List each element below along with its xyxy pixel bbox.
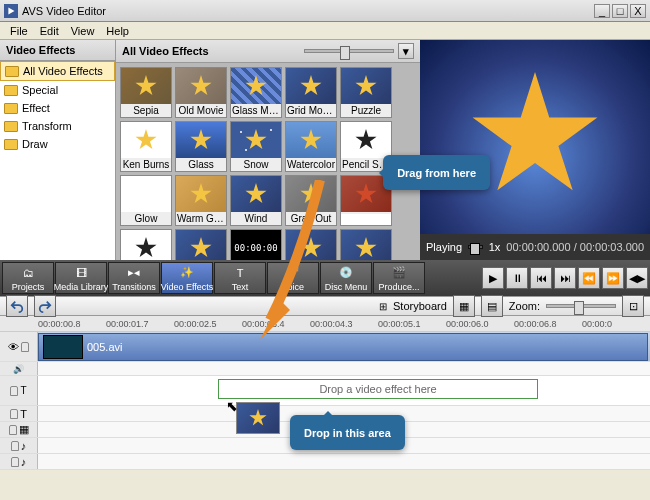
tab-media-library[interactable]: 🎞Media Library bbox=[55, 262, 107, 294]
playback-button-2[interactable]: ⏮ bbox=[530, 267, 552, 289]
star-icon bbox=[300, 129, 322, 151]
lock-icon[interactable] bbox=[11, 441, 19, 451]
tab-voice[interactable]: 🎤Voice bbox=[267, 262, 319, 294]
thumb-size-slider[interactable] bbox=[304, 49, 394, 53]
star-icon bbox=[190, 183, 212, 205]
menu-edit[interactable]: Edit bbox=[34, 25, 65, 37]
effect-puzzle[interactable]: Puzzle bbox=[340, 67, 392, 118]
effect-snow[interactable]: Snow bbox=[230, 121, 282, 172]
effect-glow[interactable]: Glow bbox=[120, 175, 172, 226]
eye-icon[interactable]: 👁 bbox=[8, 341, 19, 353]
effect-particles[interactable]: Particles bbox=[340, 229, 392, 260]
effect-label: Old Movie bbox=[176, 104, 226, 117]
effect-thumbnail bbox=[286, 230, 336, 260]
minimize-button[interactable]: _ bbox=[594, 4, 610, 18]
undo-button[interactable] bbox=[6, 295, 28, 317]
effect-old-movie[interactable]: Old Movie bbox=[175, 67, 227, 118]
preview-seek-slider[interactable] bbox=[468, 245, 483, 249]
effect-newsprint[interactable]: Newsprint bbox=[120, 229, 172, 260]
effect-thumbnail bbox=[121, 230, 171, 260]
playback-button-5[interactable]: ⏩ bbox=[602, 267, 624, 289]
tab-icon: 🎤 bbox=[285, 265, 301, 281]
video-effect-track[interactable]: T Drop a video effect here ⬉ bbox=[0, 376, 650, 406]
effect-glass-mosaic[interactable]: Glass Mosaic bbox=[230, 67, 282, 118]
effect-sepia[interactable]: Sepia bbox=[120, 67, 172, 118]
tab-icon: 🎬 bbox=[391, 265, 407, 281]
effect-label: Ken Burns bbox=[121, 158, 171, 171]
effect-watercolor[interactable]: Watercolor bbox=[285, 121, 337, 172]
effect-thumbnail bbox=[231, 122, 281, 158]
menu-view[interactable]: View bbox=[65, 25, 101, 37]
lock-icon[interactable] bbox=[10, 409, 18, 419]
playback-button-0[interactable]: ▶ bbox=[482, 267, 504, 289]
ruler-tick: 00:00:01.7 bbox=[106, 319, 174, 329]
effect-label: Sepia bbox=[121, 104, 171, 117]
menu-file[interactable]: File bbox=[4, 25, 34, 37]
tab-transitions[interactable]: ▸◂Transitions bbox=[108, 262, 160, 294]
app-icon bbox=[4, 4, 18, 18]
effect-label: Glass Mosaic bbox=[231, 104, 281, 117]
audio-track-3[interactable]: ♪ bbox=[0, 454, 650, 470]
view-mode[interactable]: Storyboard bbox=[393, 300, 447, 312]
zoom-fit-button[interactable]: ⊡ bbox=[622, 295, 644, 317]
lock-icon[interactable] bbox=[21, 342, 29, 352]
ruler-tick: 00:00:05.1 bbox=[378, 319, 446, 329]
time-ruler[interactable]: 00:00:00.800:00:01.700:00:02.500:00:03.4… bbox=[0, 316, 650, 332]
category-all-video-effects[interactable]: All Video Effects bbox=[0, 61, 115, 81]
tab-produce-[interactable]: 🎬Produce... bbox=[373, 262, 425, 294]
playback-button-1[interactable]: ⏸ bbox=[506, 267, 528, 289]
view-button-1[interactable]: ▦ bbox=[453, 295, 475, 317]
redo-button[interactable] bbox=[34, 295, 56, 317]
tab-disc-menu[interactable]: 💿Disc Menu bbox=[320, 262, 372, 294]
ruler-tick: 00:00:06.8 bbox=[514, 319, 582, 329]
lock-icon[interactable] bbox=[9, 425, 17, 435]
tab-projects[interactable]: 🗂Projects bbox=[2, 262, 54, 294]
ruler-tick: 00:00:00.8 bbox=[38, 319, 106, 329]
effect-thumbnail bbox=[121, 68, 171, 104]
close-button[interactable]: X bbox=[630, 4, 646, 18]
speaker-icon[interactable]: 🔊 bbox=[13, 364, 24, 374]
effect-wind[interactable]: Wind bbox=[230, 175, 282, 226]
tab-icon: 🗂 bbox=[20, 265, 36, 281]
folder-icon bbox=[5, 66, 19, 77]
star-icon bbox=[135, 129, 157, 151]
playback-button-6[interactable]: ◀▶ bbox=[626, 267, 648, 289]
video-track[interactable]: 👁 005.avi bbox=[0, 332, 650, 362]
effect-wide-a-e[interactable]: Wide A...e bbox=[285, 229, 337, 260]
effect-glass[interactable]: Glass bbox=[175, 121, 227, 172]
tab-icon: 💿 bbox=[338, 265, 354, 281]
effect-label: Grid Mosaic bbox=[286, 104, 336, 117]
effect-dropzone[interactable]: Drop a video effect here bbox=[218, 379, 538, 399]
video-clip[interactable]: 005.avi bbox=[38, 333, 648, 361]
effect-warm-glow[interactable]: Warm Glow bbox=[175, 175, 227, 226]
playback-button-3[interactable]: ⏭ bbox=[554, 267, 576, 289]
zoom-slider[interactable] bbox=[546, 304, 616, 308]
preview-time: 00:00:00.000 / 00:00:03.000 bbox=[506, 241, 644, 253]
lock-icon[interactable] bbox=[11, 457, 19, 467]
effect-gray-out[interactable]: Gray Out bbox=[285, 175, 337, 226]
tab-video-effects[interactable]: ✨Video Effects bbox=[161, 262, 213, 294]
effect-film[interactable]: Film bbox=[175, 229, 227, 260]
menu-help[interactable]: Help bbox=[100, 25, 135, 37]
tab-text[interactable]: TText bbox=[214, 262, 266, 294]
category-special[interactable]: Special bbox=[0, 81, 115, 99]
effects-grid[interactable]: SepiaOld MovieGlass MosaicGrid MosaicPuz… bbox=[116, 63, 420, 260]
category-effect[interactable]: Effect bbox=[0, 99, 115, 117]
category-transform[interactable]: Transform bbox=[0, 117, 115, 135]
panel-collapse-button[interactable]: ▾ bbox=[398, 43, 414, 59]
category-draw[interactable]: Draw bbox=[0, 135, 115, 153]
effect-label: Gray Out bbox=[286, 212, 336, 225]
audio-track[interactable]: 🔊 bbox=[0, 362, 650, 376]
effect-timer[interactable]: 00:00:00Timer bbox=[230, 229, 282, 260]
lock-icon[interactable] bbox=[10, 386, 18, 396]
effect-ken-burns[interactable]: Ken Burns bbox=[120, 121, 172, 172]
playback-button-4[interactable]: ⏪ bbox=[578, 267, 600, 289]
ruler-tick: 00:00:03.4 bbox=[242, 319, 310, 329]
view-button-2[interactable]: ▤ bbox=[481, 295, 503, 317]
maximize-button[interactable]: □ bbox=[612, 4, 628, 18]
effect-grid-mosaic[interactable]: Grid Mosaic bbox=[285, 67, 337, 118]
timeline-toolbar: ⊞ Storyboard ▦ ▤ Zoom: ⊡ bbox=[0, 296, 650, 316]
star-icon bbox=[355, 183, 377, 205]
effect-label: Warm Glow bbox=[176, 212, 226, 225]
star-icon bbox=[300, 75, 322, 97]
